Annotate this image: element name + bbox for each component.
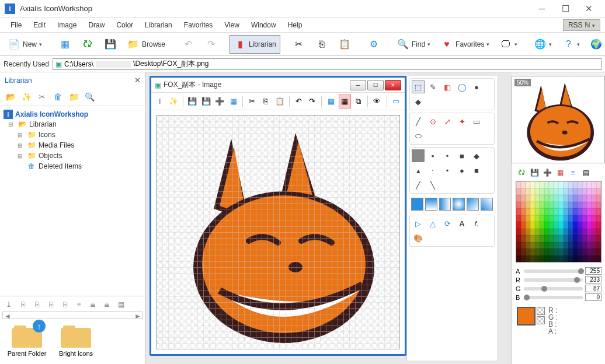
line-tool[interactable]: ╱ — [412, 115, 425, 128]
green-slider[interactable] — [524, 287, 583, 290]
tree-media[interactable]: ⊞ 📁 Media Files — [4, 140, 142, 150]
eraser-tool[interactable]: ◧ — [441, 80, 454, 93]
grad-4[interactable] — [453, 198, 465, 211]
menu-help[interactable]: Help — [282, 19, 308, 32]
lib-search[interactable]: 🔍 — [82, 90, 96, 103]
blue-value[interactable]: 0 — [585, 293, 601, 301]
tree-icons[interactable]: ⊞ 📁 Icons — [4, 130, 142, 140]
iw-undo[interactable]: ↶ — [292, 94, 304, 108]
save-button[interactable]: 💾 — [100, 35, 121, 54]
bright-icons-folder[interactable]: Bright Icons — [55, 323, 97, 357]
wand-tool[interactable]: ✦ — [456, 115, 468, 128]
iw-cut[interactable]: ✂ — [246, 94, 258, 108]
menu-image[interactable]: Image — [51, 19, 82, 32]
text-a[interactable]: A — [456, 217, 468, 230]
ellipse-tool[interactable]: ◯ — [456, 80, 468, 93]
picker-tool[interactable]: ⤢ — [441, 115, 454, 128]
spray-tool[interactable]: ⊙ — [426, 115, 439, 128]
grad-3[interactable] — [439, 198, 451, 211]
expand-icon[interactable]: ⊞ — [18, 132, 25, 138]
tree-deleted[interactable]: 🗑 Deleted Items — [4, 161, 142, 172]
iw-grid3[interactable]: ⧉ — [352, 94, 364, 108]
cut-button[interactable]: ✂ — [288, 35, 310, 54]
sp4[interactable]: ■ — [470, 164, 483, 177]
lib-tool-5[interactable]: 📁 — [67, 90, 81, 103]
bt-9[interactable]: ▤ — [114, 299, 127, 310]
sp2[interactable]: • — [441, 164, 454, 177]
flip-v[interactable]: △ — [426, 217, 439, 230]
menu-view[interactable]: View — [218, 19, 245, 32]
menu-draw[interactable]: Draw — [82, 19, 110, 32]
iw-save[interactable]: 💾 — [186, 94, 199, 108]
maximize-button[interactable]: ☐ — [554, 1, 577, 16]
lib-tool-4[interactable]: 🗑 — [51, 90, 65, 103]
paste-button[interactable]: 📋 — [334, 35, 355, 54]
red-value[interactable]: 233 — [585, 276, 601, 284]
iw-paste[interactable]: 📋 — [273, 94, 286, 108]
fx[interactable]: f. — [470, 217, 483, 230]
rotate[interactable]: ⟳ — [441, 217, 454, 230]
browse-button[interactable]: 📁Browse — [123, 35, 169, 54]
primary-swatch[interactable] — [517, 307, 536, 326]
gear-button[interactable]: ⚙ — [363, 35, 384, 54]
alpha-value[interactable]: 255 — [585, 267, 601, 275]
iw-eye[interactable]: 👁 — [371, 94, 383, 108]
pixel-canvas[interactable] — [156, 115, 400, 349]
help-button[interactable]: ? ▾ — [558, 35, 584, 54]
iw-copy[interactable]: ⎘ — [260, 94, 272, 108]
lib-tool-1[interactable]: 📂 — [4, 90, 18, 103]
flip-h[interactable]: ▷ — [412, 217, 425, 230]
tree-objects[interactable]: ⊞ 📁 Objects — [4, 150, 142, 161]
iw-grid2[interactable]: ▦ — [339, 94, 351, 108]
undo-button[interactable]: ↶ — [178, 35, 199, 54]
find-button[interactable]: 🔍Find ▾ — [392, 35, 434, 54]
expand-icon[interactable]: ⊞ — [18, 153, 25, 159]
blue-slider[interactable] — [524, 296, 583, 299]
panel-close-icon[interactable]: ✕ — [134, 76, 141, 85]
secondary-swatch[interactable] — [537, 307, 545, 315]
bucket-tool[interactable]: ◆ — [412, 95, 425, 108]
menu-color[interactable]: Color — [110, 19, 139, 32]
sq2[interactable]: ▪ — [426, 149, 439, 162]
parent-folder[interactable]: ↑ Parent Folder — [6, 323, 48, 357]
pal-save[interactable]: 💾 — [528, 167, 540, 178]
sp5[interactable]: ╱ — [412, 178, 425, 191]
collapse-icon[interactable]: ⊟ — [8, 121, 15, 128]
sq3[interactable]: • — [441, 149, 454, 162]
rect-tool[interactable]: ▭ — [470, 115, 483, 128]
iw-panel[interactable]: ▭ — [390, 94, 402, 108]
expand-icon[interactable]: ⊞ — [18, 142, 25, 149]
screen-button[interactable]: 🖵 ▾ — [495, 35, 521, 54]
brush-tool[interactable]: ● — [470, 80, 483, 93]
favorites-button[interactable]: ♥Favorites ▾ — [436, 35, 493, 54]
alpha-slider[interactable] — [524, 270, 583, 273]
iw-redo[interactable]: ↷ — [306, 94, 318, 108]
win-maximize[interactable]: ☐ — [367, 80, 384, 90]
pal-grid[interactable]: ▦ — [554, 167, 566, 178]
pal-sort[interactable]: ▤ — [580, 167, 592, 178]
text-tool[interactable]: ⬭ — [412, 130, 425, 142]
path-input[interactable]: ▣ C:\Users\ \Desktop\FOX_副本.png — [53, 58, 601, 70]
pal-add[interactable]: ➕ — [541, 167, 553, 178]
tree-root[interactable]: I Axialis IconWorkshop — [4, 110, 142, 119]
grad-6[interactable] — [481, 198, 493, 211]
iw-saveas[interactable]: 💾 — [200, 94, 212, 108]
menu-favorites[interactable]: Favorites — [178, 19, 218, 32]
update-button[interactable]: 🌍Updat — [586, 35, 605, 54]
sp1[interactable]: • — [426, 164, 439, 177]
pencil-tool[interactable]: ✎ — [426, 80, 439, 93]
iw-export[interactable]: ▦ — [227, 94, 239, 108]
pal-refresh[interactable]: 🗘 — [516, 167, 527, 178]
close-button[interactable]: ✕ — [577, 1, 600, 16]
green-value[interactable]: 87 — [585, 285, 601, 292]
color-palette[interactable] — [516, 181, 602, 262]
rss-button[interactable]: RSS ℕ ▾ — [563, 19, 600, 31]
lib-tool-3[interactable]: ✂ — [35, 90, 49, 103]
bt-2[interactable]: ⎘ — [16, 299, 29, 310]
iw-sparkle[interactable]: ✨ — [167, 94, 179, 108]
grid-button[interactable]: ▦ — [54, 35, 75, 54]
pal-list[interactable]: ≡ — [567, 167, 579, 178]
menu-edit[interactable]: Edit — [27, 19, 51, 32]
iw-add[interactable]: ➕ — [214, 94, 226, 108]
bt-5[interactable]: ⎘ — [58, 299, 71, 310]
